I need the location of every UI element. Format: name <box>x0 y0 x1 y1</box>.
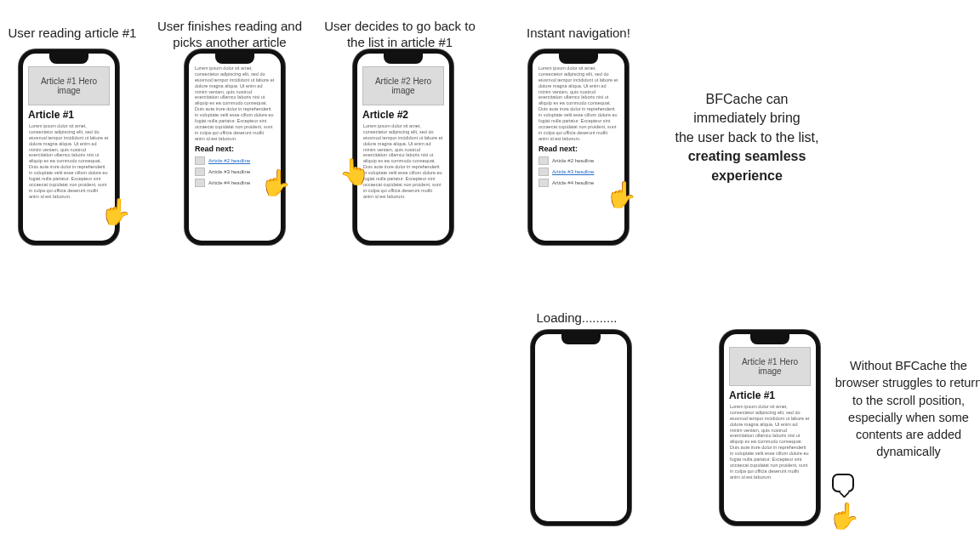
hero-image-1: Article #1 Hero image <box>729 347 811 386</box>
read-next-item[interactable]: Article #4 headline <box>538 179 618 187</box>
read-next-heading: Read next: <box>195 145 275 153</box>
thumbnail-icon <box>195 156 205 165</box>
hero-image-2: Article #2 Hero image <box>362 66 444 105</box>
read-next-item[interactable]: Article #4 headline <box>195 179 275 187</box>
phone-step4: Lorem ipsum dolor sit amet, consectetur … <box>528 49 629 245</box>
phone-notch <box>559 54 598 64</box>
article-body: Lorem ipsum dolor sit amet, consectetur … <box>363 123 443 199</box>
phone-step3: Article #2 Hero image Article #2 Lorem i… <box>353 49 453 245</box>
read-next-link-a4[interactable]: Article #4 headline <box>208 180 250 185</box>
phone-without-bfcache: Article #1 Hero image Article #1 Lorem i… <box>720 330 820 525</box>
phone-step1: Article #1 Hero image Article #1 Lorem i… <box>19 49 119 245</box>
phone-screen: Lorem ipsum dolor sit amet, consectetur … <box>536 65 621 237</box>
thumbnail-icon <box>195 168 205 176</box>
caption-loading: Loading.......... <box>500 310 653 327</box>
caption-step3: User decides to go back to the list in a… <box>323 19 476 51</box>
hero-image-1: Article #1 Hero image <box>28 66 110 105</box>
explanation-bfcache: BFCache can immediately bring the user b… <box>653 90 840 185</box>
phone-screen: Article #2 Hero image Article #2 Lorem i… <box>361 65 446 237</box>
text-line: Without BFCache the <box>823 357 980 374</box>
caption-step1: User reading article #1 <box>0 26 145 42</box>
text-line: BFCache can <box>653 90 840 109</box>
text-line: the user back to the list, <box>653 128 840 147</box>
read-next-item[interactable]: Article #3 headline <box>195 168 275 176</box>
phone-notch <box>561 334 601 344</box>
article-body: Lorem ipsum dolor sit amet, consectetur … <box>538 65 618 141</box>
read-next-link-a2[interactable]: Article #2 headline <box>552 158 594 163</box>
article-title-1: Article #1 <box>729 389 811 401</box>
article-title-1: Article #1 <box>28 109 110 121</box>
article-body: Lorem ipsum dolor sit amet, consectetur … <box>29 123 109 199</box>
text-line-bold: experience <box>653 167 840 185</box>
text-line: immediately bring <box>653 109 840 128</box>
text-line: especially when some <box>823 409 980 426</box>
read-next-item[interactable]: Article #2 headline <box>538 156 618 165</box>
phone-notch <box>750 334 789 344</box>
explanation-no-bfcache: Without BFCache the browser struggles to… <box>823 357 980 461</box>
article-body: Lorem ipsum dolor sit amet, consectetur … <box>730 404 810 480</box>
read-next-link-a3[interactable]: Article #3 headline <box>208 169 250 174</box>
article-body: Lorem ipsum dolor sit amet, consectetur … <box>195 65 275 141</box>
read-next-link-a3[interactable]: Article #3 headline <box>552 169 594 174</box>
thumbnail-icon <box>538 168 549 176</box>
phone-screen: Article #1 Hero image Article #1 Lorem i… <box>26 65 111 237</box>
phone-notch <box>384 54 423 64</box>
read-next-item[interactable]: Article #2 headline <box>195 156 275 165</box>
text-line-bold: creating seamless <box>653 147 840 166</box>
phone-screen: Lorem ipsum dolor sit amet, consectetur … <box>192 65 277 237</box>
caption-step2: User finishes reading and picks another … <box>153 19 306 51</box>
speech-bubble-icon <box>832 474 854 492</box>
read-next-item[interactable]: Article #3 headline <box>538 168 618 176</box>
phone-notch <box>49 54 88 64</box>
pointer-hand-icon: 👆 <box>829 503 860 529</box>
text-line: dynamically <box>823 443 980 460</box>
article-title-2: Article #2 <box>362 109 444 121</box>
phone-notch <box>215 54 254 64</box>
phone-loading <box>531 330 631 525</box>
thumbnail-icon <box>538 156 549 165</box>
phone-screen: Article #1 Hero image Article #1 Lorem i… <box>727 346 812 518</box>
caption-step4: Instant navigation! <box>502 26 655 42</box>
read-next-link-a2[interactable]: Article #2 headline <box>208 158 250 163</box>
thumbnail-icon <box>195 179 205 187</box>
text-line: contents are added <box>823 426 980 443</box>
text-line: to the scroll position, <box>823 392 980 409</box>
phone-screen-blank <box>538 346 624 518</box>
read-next-link-a4[interactable]: Article #4 headline <box>552 180 594 185</box>
text-line: browser struggles to return <box>823 374 980 391</box>
read-next-heading: Read next: <box>538 145 618 153</box>
phone-step2: Lorem ipsum dolor sit amet, consectetur … <box>185 49 285 245</box>
thumbnail-icon <box>538 179 549 187</box>
